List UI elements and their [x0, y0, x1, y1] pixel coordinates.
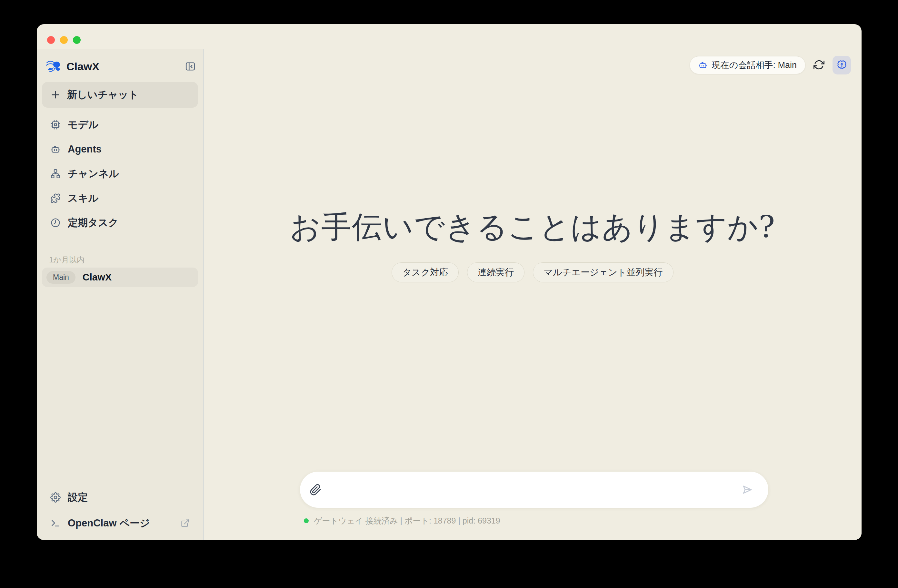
current-conversation-label: 現在の会話相手: Main: [712, 59, 797, 71]
app-header: ClawX: [45, 57, 196, 77]
settings-label: 設定: [68, 491, 88, 504]
attach-file-button[interactable]: [310, 484, 321, 496]
bot-icon: [50, 144, 61, 154]
sidebar-collapse-button[interactable]: [185, 61, 196, 72]
sidebar-item-label: Agents: [68, 143, 101, 155]
gateway-status: ゲートウェイ 接続済み | ポート: 18789 | pid: 69319: [304, 516, 500, 525]
close-window-button[interactable]: [47, 36, 55, 44]
cpu-icon: [50, 120, 61, 130]
sidebar-nav: モデル Agents: [42, 112, 198, 235]
app-window: ClawX 新しいチャット: [37, 24, 861, 540]
send-icon: [741, 484, 753, 496]
new-chat-button[interactable]: 新しいチャット: [42, 82, 198, 107]
history-item-title: ClawX: [83, 272, 112, 283]
sidebar-item-settings[interactable]: 設定: [42, 485, 198, 510]
gear-icon: [50, 492, 61, 503]
brain-icon: [836, 59, 848, 71]
window-body: ClawX 新しいチャット: [37, 49, 861, 540]
send-button[interactable]: [741, 484, 753, 496]
history-item-clawx[interactable]: Main ClawX: [42, 267, 198, 287]
minimize-window-button[interactable]: [60, 36, 68, 44]
titlebar: [37, 24, 861, 49]
app-name: ClawX: [66, 60, 99, 73]
suggestion-chips: タスク対応 連続実行 マルチエージェント並列実行: [203, 263, 861, 282]
chip-task-support[interactable]: タスク対応: [392, 263, 459, 282]
sidebar-item-skills[interactable]: スキル: [42, 186, 198, 210]
chip-multi-agent-parallel[interactable]: マルチエージェント並列実行: [533, 263, 673, 282]
sidebar-item-agents[interactable]: Agents: [42, 137, 198, 161]
sidebar-item-openclaw-page[interactable]: OpenClaw ページ: [42, 511, 198, 536]
new-chat-label: 新しいチャット: [67, 88, 138, 101]
main-badge: Main: [46, 271, 75, 284]
brain-button[interactable]: [832, 56, 851, 74]
bot-icon: [698, 61, 707, 70]
network-icon: [50, 169, 61, 179]
sidebar-item-label: スキル: [68, 192, 98, 205]
hero: お手伝いできることはありますか? タスク対応 連続実行 マルチエージェント並列実…: [203, 208, 861, 282]
paperclip-icon: [310, 484, 321, 496]
main-area: 現在の会話相手: Main: [203, 49, 861, 540]
external-link-icon: [181, 519, 190, 528]
panel-collapse-icon: [185, 61, 196, 72]
sidebar-item-channels[interactable]: チャンネル: [42, 161, 198, 186]
sidebar-item-label: チャンネル: [68, 167, 119, 181]
screen: ClawX 新しいチャット: [0, 0, 898, 588]
refresh-icon: [813, 59, 824, 70]
puzzle-icon: [50, 193, 61, 203]
zoom-window-button[interactable]: [73, 36, 81, 44]
sidebar: ClawX 新しいチャット: [37, 49, 203, 540]
status-text: ゲートウェイ 接続済み | ポート: 18789 | pid: 69319: [314, 516, 500, 526]
sidebar-item-label: モデル: [68, 118, 98, 132]
message-composer: [300, 471, 768, 508]
sidebar-item-scheduled-tasks[interactable]: 定期タスク: [42, 210, 198, 235]
plus-icon: [50, 90, 61, 100]
refresh-button[interactable]: [813, 59, 825, 71]
terminal-icon: [50, 518, 61, 528]
lobster-logo-icon: [45, 58, 61, 74]
openclaw-page-label: OpenClaw ページ: [68, 516, 150, 530]
clock-icon: [50, 218, 61, 228]
history-section-label: 1か月以内: [49, 255, 85, 265]
status-dot: [304, 518, 309, 523]
current-conversation-button[interactable]: 現在の会話相手: Main: [690, 56, 806, 74]
main-topbar: 現在の会話相手: Main: [690, 56, 851, 74]
page-title: お手伝いできることはありますか?: [203, 208, 861, 246]
sidebar-item-models[interactable]: モデル: [42, 112, 198, 137]
message-input[interactable]: [328, 484, 735, 495]
chip-continuous-run[interactable]: 連続実行: [467, 263, 524, 282]
sidebar-item-label: 定期タスク: [68, 216, 118, 230]
